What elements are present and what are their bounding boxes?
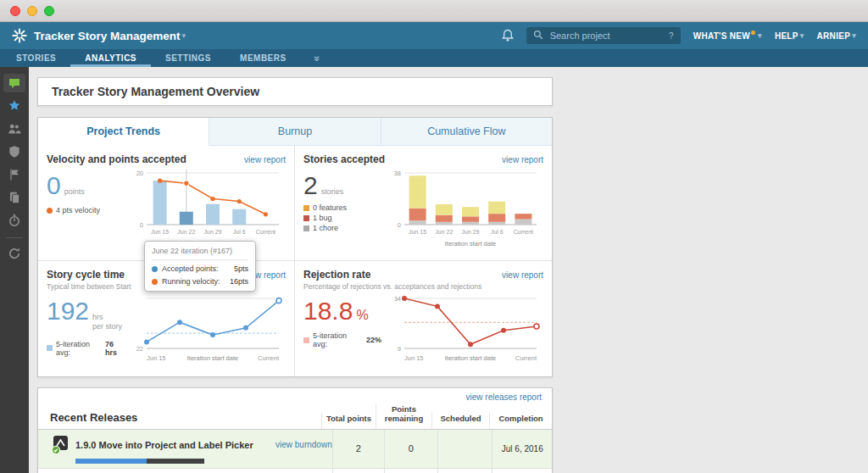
velocity-legend: 4 pts velocity [47,206,125,214]
release-row: view burndown [38,469,552,473]
shield-panel-icon[interactable] [3,142,25,161]
view-burndown-link[interactable]: view burndown [275,440,332,449]
stories-chart[interactable]: 380Jun 15Jun 22Jun 29Jul 6CurrentIterati… [386,167,543,250]
nav-tab-stories[interactable]: STORIES [2,49,70,67]
legend-item: 1 chore [303,224,381,232]
tab-project-trends[interactable]: Project Trends [38,118,209,146]
people-panel-icon[interactable] [3,120,25,138]
window-titlebar [0,0,868,22]
trends-panel: Project TrendsBurnupCumulative Flow Velo… [37,117,553,377]
panel-sidebar [0,67,29,473]
window-zoom-button[interactable] [44,6,54,16]
view-report-link[interactable]: view report [502,155,543,164]
cycle-time-chart[interactable]: 22Jun 15CurrentIteration start date [128,292,286,364]
pages-panel-icon[interactable] [3,188,25,207]
view-report-link[interactable]: view report [502,270,543,280]
collapse-nav-icon[interactable]: » [314,49,320,67]
series-dot-icon [152,266,158,272]
chevron-down-icon: ▾ [182,31,186,40]
user-menu[interactable]: ARNIEP ▾ [817,31,856,41]
nav-tab-members[interactable]: MEMBERS [225,49,301,67]
svg-text:34: 34 [394,295,401,303]
project-title-menu[interactable]: Tracker Story Management ▾ [34,30,186,42]
page-title: Tracker Story Management Overview [52,85,259,98]
svg-text:Current: Current [515,354,537,362]
nav-tab-settings[interactable]: SETTINGS [151,49,225,67]
svg-text:Jun 15: Jun 15 [147,354,166,362]
app-header: Tracker Story Management ▾ ? [0,22,868,49]
legend-item: 0 features [303,203,381,212]
release-cell-scheduled [437,469,492,473]
velocity-value: 0 points [47,173,125,198]
stories-value: 2 stories [303,173,381,198]
rejection-rate-value: 18.8 % [303,298,381,324]
tooltip-row: Running velocity:16pts [152,277,248,286]
svg-text:Jun 15: Jun 15 [151,229,169,235]
card-title: Stories accepted [303,153,385,165]
nav-tab-analytics[interactable]: ANALYTICS [70,49,151,67]
rejection-rate-chart[interactable]: 349Jun 15CurrentIteration start date [386,292,543,364]
view-releases-report-link[interactable]: view releases report [466,392,542,402]
release-progress-bar [75,459,204,464]
notifications-bell-icon[interactable] [502,29,514,42]
card-title: Story cycle time [47,269,125,281]
chat-panel-icon[interactable] [3,74,25,92]
overview-header-panel: Tracker Story Management Overview [37,77,553,106]
analytics-tabs: Project TrendsBurnupCumulative Flow [38,118,552,146]
velocity-chart[interactable]: 200Jun 15Jun 22Jun 29Jul 6CurrentIterati… [128,167,286,250]
release-cell-total_points: 2 [332,430,384,468]
window-close-button[interactable] [10,6,20,16]
legend-marker-icon [303,205,309,211]
svg-text:Iteration start date: Iteration start date [187,354,238,362]
tab-burnup[interactable]: Burnup [209,118,381,146]
timer-panel-icon[interactable] [3,211,25,230]
star-panel-icon[interactable] [3,97,25,115]
card-subtitle: Percentage of rejections vs. acceptances… [303,282,543,291]
legend-item: 1 bug [303,214,381,222]
tooltip-title: June 22 iteration (#167) [152,247,248,260]
svg-text:Jun 29: Jun 29 [203,229,221,235]
search-input[interactable] [548,30,660,42]
help-menu[interactable]: HELP ▾ [775,31,804,41]
refresh-panel-icon[interactable] [3,244,25,263]
project-nav: STORIESANALYTICSSETTINGSMEMBERS » [0,49,868,67]
search-box[interactable]: ? [526,27,681,44]
svg-text:20: 20 [136,170,143,177]
releases-title: Recent Releases [38,411,321,429]
svg-text:0: 0 [140,221,143,229]
legend-marker-icon [47,345,53,351]
svg-text:Jun 15: Jun 15 [404,354,424,362]
release-name[interactable]: 1.9.0 Move into Project and Label Picker [75,440,267,450]
legend-item: 4 pts velocity [47,206,125,214]
window-minimize-button[interactable] [27,6,37,16]
card-title: Rejection rate [303,269,370,281]
release-cell-points_remaining: 0 [384,430,437,468]
series-dot-icon [152,279,158,285]
screen: Tracker Story Management ▾ ? [0,0,868,473]
column-header: Completion [489,413,552,429]
release-cell-completion [492,469,552,473]
column-header: Total points [321,413,376,429]
tooltip-row: Accepted points:5pts [152,264,248,273]
flag-panel-icon[interactable] [3,165,25,184]
column-header: Scheduled [431,413,489,429]
svg-text:Jun 22: Jun 22 [435,229,453,235]
svg-text:Jun 22: Jun 22 [177,229,195,235]
stories-legend: 0 features1 bug1 chore [303,203,381,232]
chart-tooltip: June 22 iteration (#167) Accepted points… [144,241,256,292]
svg-text:Jul 6: Jul 6 [491,229,504,235]
release-accepted-icon [50,435,70,455]
release-cell-total_points [332,469,384,473]
svg-text:Current: Current [514,229,533,235]
chevron-down-icon: ▾ [758,31,762,40]
svg-text:9: 9 [398,345,401,353]
whats-new-badge [751,31,755,35]
column-header: Points remaining [376,403,431,429]
release-cell-points_remaining [384,469,437,473]
search-help-icon[interactable]: ? [665,31,674,41]
tab-cumulative-flow[interactable]: Cumulative Flow [381,118,552,146]
svg-text:Current: Current [256,229,275,235]
view-report-link[interactable]: view report [244,155,286,164]
svg-text:38: 38 [394,170,401,177]
whats-new-menu[interactable]: WHAT'S NEW ▾ [693,31,762,41]
